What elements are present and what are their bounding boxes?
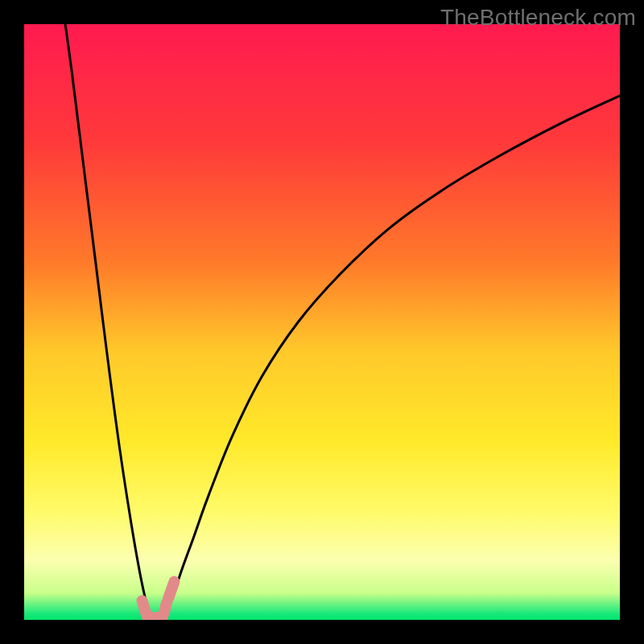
chart-background: [24, 24, 620, 620]
chart-frame: TheBottleneck.com: [0, 0, 644, 644]
chart-plot: [24, 24, 620, 620]
watermark-label: TheBottleneck.com: [440, 5, 636, 31]
chart-svg: [24, 24, 620, 620]
marker-path-1: [168, 582, 174, 599]
